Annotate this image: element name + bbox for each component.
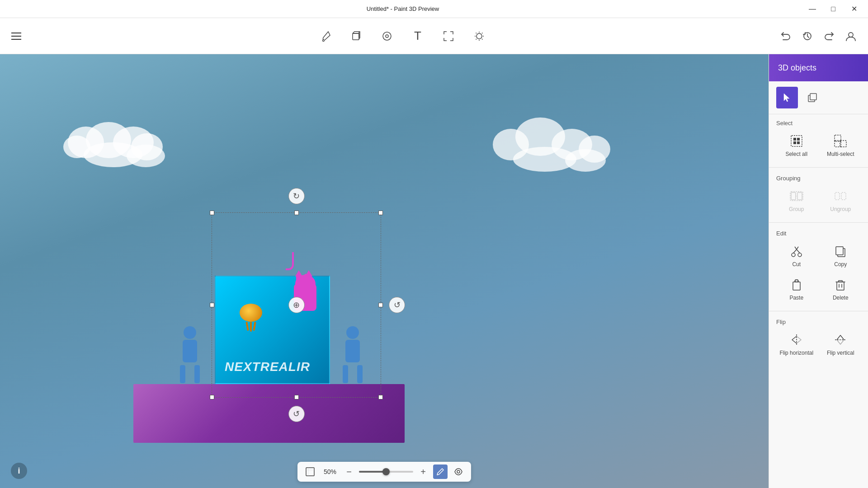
canvas-resize-button[interactable] — [303, 465, 317, 479]
svg-rect-19 — [797, 192, 802, 200]
select-all-icon — [788, 133, 805, 149]
window-controls: — □ ✕ — [802, 2, 864, 16]
flip-vertical-button[interactable]: Flip vertical — [821, 329, 861, 359]
zoom-slider[interactable] — [359, 471, 413, 473]
svg-rect-9 — [810, 94, 816, 100]
2d-shapes-icon — [381, 30, 393, 42]
main-area: NEXTREALIR — [0, 54, 868, 488]
toolbar-right-actions — [776, 26, 861, 46]
blue-figure-left — [176, 326, 203, 385]
cloud-left — [59, 99, 176, 172]
svg-point-7 — [457, 470, 460, 473]
svg-point-24 — [798, 253, 802, 257]
sel-handle-ml[interactable] — [210, 303, 214, 307]
view-mode-button[interactable] — [451, 465, 466, 479]
panel-top-tools — [769, 81, 868, 114]
2d-shapes-tool-button[interactable] — [373, 22, 401, 51]
redo-button[interactable] — [819, 26, 839, 46]
select-mode-button[interactable] — [776, 87, 798, 108]
select-all-button[interactable]: Select all — [776, 130, 817, 160]
brush-icon — [319, 30, 332, 42]
svg-rect-6 — [306, 468, 314, 476]
svg-point-5 — [849, 33, 853, 37]
panel-flip-section: Flip Flip horizontal — [769, 313, 868, 364]
multi-select-label: Multi-select — [827, 151, 854, 157]
canvas-icon — [442, 30, 455, 42]
ungroup-button: Ungroup — [821, 185, 861, 215]
menu-button[interactable] — [7, 27, 25, 45]
sel-handle-tm[interactable] — [294, 211, 299, 215]
canvas-tool-button[interactable] — [435, 22, 462, 51]
duplicate-mode-button[interactable] — [802, 87, 823, 108]
svg-rect-12 — [797, 138, 800, 141]
flip-horizontal-button[interactable]: Flip horizontal — [776, 329, 817, 359]
svg-point-1 — [383, 32, 391, 40]
ungroup-icon — [832, 188, 849, 204]
history-button[interactable] — [797, 26, 817, 46]
zoom-minus-button[interactable]: − — [343, 465, 355, 478]
scene-text: NEXTREALIR — [225, 360, 310, 374]
3d-shapes-icon — [350, 30, 363, 42]
canvas-area[interactable]: NEXTREALIR — [0, 54, 769, 488]
select-section-title: Select — [776, 120, 861, 127]
svg-rect-28 — [795, 280, 798, 282]
svg-point-23 — [792, 253, 795, 257]
right-panel: 3D objects Select — [769, 54, 868, 488]
undo-button[interactable] — [776, 26, 796, 46]
statusbar: 50% − + — [297, 462, 471, 482]
copy-label: Copy — [834, 261, 847, 267]
edit-items-row-2: Paste Delete — [776, 274, 861, 304]
svg-rect-13 — [793, 141, 796, 144]
select-all-label: Select all — [785, 151, 807, 157]
delete-button[interactable]: Delete — [821, 274, 861, 304]
multi-select-button[interactable]: Multi-select — [821, 130, 861, 160]
svg-rect-26 — [836, 247, 843, 255]
svg-rect-14 — [797, 141, 800, 144]
info-button[interactable]: i — [11, 463, 27, 479]
svg-rect-18 — [791, 192, 796, 200]
effects-tool-button[interactable] — [466, 22, 493, 51]
paste-button[interactable]: Paste — [776, 274, 817, 304]
pencil-mode-button[interactable] — [433, 465, 448, 479]
rotate-handle-top[interactable]: ↻ — [288, 188, 305, 204]
sel-handle-mr[interactable] — [378, 303, 383, 307]
select-items-row: Select all Multi-select — [776, 130, 861, 160]
panel-title: 3D objects — [778, 63, 816, 73]
toolbar: T — [0, 18, 868, 54]
svg-rect-0 — [353, 33, 359, 40]
3d-shapes-tool-button[interactable] — [343, 22, 370, 51]
platform-base — [133, 384, 405, 443]
rotate-handle-right[interactable]: ↺ — [389, 297, 405, 313]
text-tool-button[interactable]: T — [404, 22, 431, 51]
flip-vertical-label: Flip vertical — [827, 350, 854, 356]
zoom-plus-button[interactable]: + — [417, 465, 429, 478]
brush-tool-button[interactable] — [312, 22, 339, 51]
flip-items-row: Flip horizontal Flip vertical — [776, 329, 861, 359]
zoom-percent: 50% — [321, 468, 339, 475]
flip-vertical-icon — [832, 332, 849, 348]
copy-button[interactable]: Copy — [821, 240, 861, 270]
flip-section-title: Flip — [776, 319, 861, 325]
cut-button[interactable]: Cut — [776, 240, 817, 270]
svg-rect-21 — [835, 192, 840, 200]
blue-figure-right — [339, 326, 366, 385]
flip-horizontal-label: Flip horizontal — [779, 350, 813, 356]
sel-handle-tl[interactable] — [210, 211, 214, 215]
panel-select-section: Select Select all — [769, 114, 868, 165]
account-button[interactable] — [841, 26, 861, 46]
effects-icon — [473, 30, 486, 42]
sel-handle-tr[interactable] — [378, 211, 383, 215]
orange-bug — [237, 304, 264, 331]
grouping-section-title: Grouping — [776, 175, 861, 182]
svg-rect-22 — [841, 192, 846, 200]
close-button[interactable]: ✕ — [844, 2, 864, 16]
text-icon: T — [414, 29, 421, 43]
minimize-button[interactable]: — — [802, 2, 823, 16]
titlebar: Untitled* - Paint 3D Preview — □ ✕ — [0, 0, 868, 18]
group-icon — [788, 188, 805, 204]
paste-icon — [788, 277, 805, 293]
delete-label: Delete — [833, 295, 849, 301]
svg-rect-27 — [793, 282, 800, 290]
cut-label: Cut — [792, 261, 801, 267]
maximize-button[interactable]: □ — [823, 2, 844, 16]
